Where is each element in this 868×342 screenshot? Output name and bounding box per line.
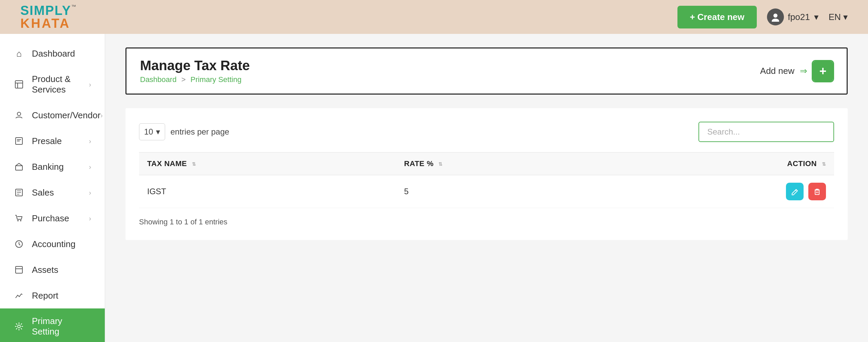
- sidebar: ⌂ Dashboard Product & Services › Custome…: [0, 34, 105, 342]
- svg-rect-2: [15, 81, 23, 88]
- sidebar-item-assets[interactable]: Assets: [0, 257, 105, 283]
- sidebar-item-accounting[interactable]: Accounting: [0, 231, 105, 257]
- edit-button[interactable]: [786, 183, 804, 200]
- breadcrumb-separator: >: [181, 75, 186, 84]
- presale-icon: [14, 136, 24, 146]
- user-avatar: [767, 8, 784, 25]
- main-content: Manage Tax Rate Dashboard > Primary Sett…: [105, 34, 868, 342]
- svg-rect-21: [815, 190, 819, 195]
- entries-control: 10 ▾ entries per page: [139, 123, 229, 140]
- breadcrumb: Dashboard > Primary Setting: [140, 75, 250, 84]
- sidebar-item-label: Assets: [32, 265, 58, 275]
- svg-point-15: [20, 220, 21, 221]
- sidebar-item-customer-vendor[interactable]: Customer/Vendor ›: [0, 102, 105, 128]
- primary-setting-icon: [14, 321, 24, 332]
- sidebar-item-primary-setting[interactable]: Primary Setting: [0, 308, 105, 342]
- header-right: + Create new fpo21 ▾ EN ▾: [677, 6, 848, 28]
- entries-value: 10: [144, 127, 153, 137]
- logo-khata: KHATA: [20, 17, 76, 30]
- sidebar-item-label: Dashboard: [32, 48, 75, 59]
- accounting-icon: [14, 239, 24, 249]
- purchase-icon: [14, 213, 24, 224]
- sidebar-item-label: Product & Services: [32, 74, 89, 95]
- main-layout: ⌂ Dashboard Product & Services › Custome…: [0, 34, 868, 342]
- sort-icon[interactable]: ⇅: [822, 162, 826, 166]
- chevron-right-icon: ›: [89, 189, 91, 197]
- create-new-button[interactable]: + Create new: [677, 6, 756, 28]
- add-new-arrow-icon: ⇒: [800, 66, 807, 76]
- assets-icon: [14, 264, 24, 275]
- add-new-section: Add new ⇒ +: [760, 61, 833, 81]
- col-tax-name: TAX NAME ⇅: [139, 153, 396, 175]
- col-rate: RATE % ⇅: [396, 153, 612, 175]
- svg-point-5: [17, 112, 21, 116]
- action-cell: [612, 175, 834, 208]
- showing-info: Showing 1 to 1 of 1 entries: [139, 218, 834, 226]
- report-icon: [14, 290, 24, 301]
- chevron-right-icon: ›: [89, 137, 91, 145]
- sidebar-item-label: Report: [32, 290, 58, 301]
- app-header: SIMPLY™ KHATA + Create new fpo21 ▾ EN ▾: [0, 0, 868, 34]
- tax-name-cell: IGST: [139, 175, 396, 208]
- dashboard-icon: ⌂: [14, 48, 24, 59]
- language-selector[interactable]: EN ▾: [829, 12, 848, 22]
- product-icon: [14, 79, 24, 90]
- sidebar-item-label: Banking: [32, 162, 64, 172]
- action-buttons: [620, 183, 826, 200]
- banking-icon: [14, 161, 24, 172]
- sidebar-item-label: Primary Setting: [32, 316, 91, 337]
- sidebar-item-purchase[interactable]: Purchase ›: [0, 205, 105, 231]
- add-new-button[interactable]: +: [813, 61, 833, 81]
- sidebar-item-label: Sales: [32, 187, 54, 198]
- table-header-row: TAX NAME ⇅ RATE % ⇅ ACTION ⇅: [139, 153, 834, 175]
- user-menu[interactable]: fpo21 ▾: [767, 8, 818, 25]
- user-name: fpo21: [788, 12, 810, 22]
- logo: SIMPLY™ KHATA: [20, 4, 76, 30]
- sidebar-item-label: Presale: [32, 136, 62, 146]
- chevron-right-icon: ›: [89, 215, 91, 222]
- page-title-section: Manage Tax Rate Dashboard > Primary Sett…: [140, 58, 250, 84]
- table-section: 10 ▾ entries per page TAX NAME ⇅: [125, 108, 848, 240]
- entries-chevron-icon: ▾: [156, 127, 160, 137]
- svg-point-0: [773, 14, 777, 18]
- logo-tm: ™: [71, 4, 76, 9]
- sidebar-item-dashboard[interactable]: ⌂ Dashboard: [0, 41, 105, 66]
- sort-icon[interactable]: ⇅: [192, 162, 196, 166]
- table-row: IGST 5: [139, 175, 834, 208]
- rate-cell: 5: [396, 175, 612, 208]
- svg-point-1: [772, 19, 779, 22]
- sort-icon[interactable]: ⇅: [438, 162, 443, 166]
- sidebar-item-report[interactable]: Report: [0, 283, 105, 308]
- entries-per-page-select[interactable]: 10 ▾: [139, 123, 165, 140]
- sidebar-item-label: Accounting: [32, 239, 76, 249]
- breadcrumb-home[interactable]: Dashboard: [140, 75, 177, 84]
- svg-rect-9: [16, 166, 22, 170]
- svg-rect-17: [16, 266, 22, 273]
- add-new-label: Add new: [760, 66, 794, 76]
- col-action: ACTION ⇅: [612, 153, 834, 175]
- chevron-right-icon: ›: [89, 81, 91, 88]
- chevron-right-icon: ›: [89, 163, 91, 171]
- entries-label: entries per page: [171, 127, 229, 137]
- sidebar-item-presale[interactable]: Presale ›: [0, 128, 105, 154]
- svg-point-14: [17, 220, 19, 221]
- tax-rate-table: TAX NAME ⇅ RATE % ⇅ ACTION ⇅: [139, 152, 834, 208]
- chevron-right-icon: ›: [100, 112, 103, 119]
- sidebar-item-label: Purchase: [32, 213, 69, 224]
- sales-icon: [14, 187, 24, 198]
- logo-simply: SIMPLY: [20, 4, 71, 17]
- table-controls: 10 ▾ entries per page: [139, 122, 834, 142]
- sidebar-item-sales[interactable]: Sales ›: [0, 180, 105, 205]
- delete-button[interactable]: [808, 183, 826, 200]
- search-input[interactable]: [698, 122, 834, 142]
- breadcrumb-current: Primary Setting: [191, 75, 241, 84]
- lang-label: EN: [829, 12, 841, 22]
- sidebar-item-banking[interactable]: Banking ›: [0, 154, 105, 180]
- user-chevron-icon: ▾: [814, 12, 818, 22]
- page-header-box: Manage Tax Rate Dashboard > Primary Sett…: [125, 47, 848, 95]
- lang-chevron-icon: ▾: [843, 12, 848, 22]
- svg-point-19: [18, 325, 20, 328]
- sidebar-item-product-services[interactable]: Product & Services ›: [0, 66, 105, 102]
- customer-icon: [14, 110, 24, 121]
- sidebar-item-label: Customer/Vendor: [32, 110, 100, 121]
